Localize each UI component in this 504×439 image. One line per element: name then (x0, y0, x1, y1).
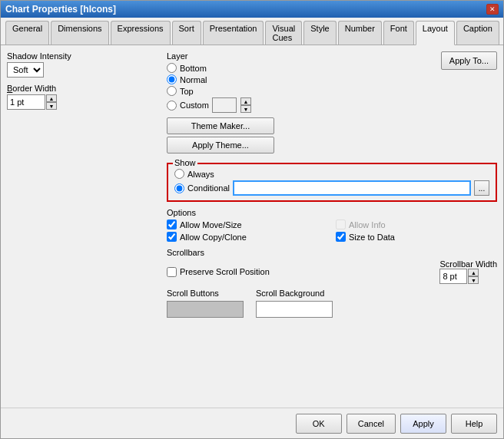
show-always-label: Always (187, 170, 214, 179)
layer-bottom-radio[interactable] (167, 63, 177, 73)
show-conditional-input[interactable] (233, 180, 471, 196)
layer-custom-input[interactable]: 0 (212, 97, 237, 113)
border-width-group: Border Width 1 pt ▲ ▼ (7, 84, 161, 110)
layer-top-row-radio: Top (167, 86, 251, 96)
shadow-intensity-select[interactable]: Soft (7, 62, 44, 78)
scroll-buttons-label: Scroll Buttons (167, 289, 244, 298)
show-conditional-row: Conditional ... (174, 180, 489, 196)
theme-buttons: Theme Maker... Apply Theme... (167, 117, 497, 153)
show-always-radio[interactable] (174, 169, 184, 179)
show-always-row: Always (174, 169, 489, 179)
shadow-intensity-group: Shadow Intensity Soft (7, 51, 161, 78)
title-bar: Chart Properties [hIcons] ✕ (1, 1, 503, 18)
show-conditional-radio[interactable] (174, 183, 184, 193)
layer-custom-up[interactable]: ▲ (240, 97, 251, 105)
right-panel: Layer Bottom Normal Top (167, 51, 497, 401)
scroll-background-color[interactable] (256, 301, 333, 318)
border-width-spinner: 1 pt ▲ ▼ (7, 94, 161, 110)
layer-label: Layer (167, 51, 251, 61)
show-browse-button[interactable]: ... (474, 180, 489, 196)
scrollbar-width-spinner-buttons: ▲ ▼ (468, 269, 479, 284)
tab-presentation[interactable]: Presentation (203, 21, 264, 45)
tab-number[interactable]: Number (338, 21, 382, 45)
allow-info-label: Allow Info (349, 220, 386, 229)
tab-bar: General Dimensions Expressions Sort Pres… (1, 18, 503, 45)
scrollbar-width-input[interactable]: 8 pt (439, 269, 467, 284)
scrollbar-width-down[interactable]: ▼ (468, 276, 479, 284)
size-to-data-row: Size to Data (336, 232, 497, 242)
layer-custom-label: Custom (180, 101, 209, 110)
layer-top-radio[interactable] (167, 86, 177, 96)
shadow-intensity-label: Shadow Intensity (7, 51, 161, 61)
border-width-spinner-buttons: ▲ ▼ (46, 94, 57, 110)
scroll-background-label: Scroll Background (256, 289, 333, 298)
tab-visual-cues[interactable]: Visual Cues (265, 21, 302, 45)
title-controls: ✕ (486, 4, 499, 15)
scrollbar-width-up[interactable]: ▲ (468, 269, 479, 276)
allow-info-checkbox[interactable] (336, 220, 346, 229)
window-title: Chart Properties [hIcons] (5, 4, 116, 15)
tab-layout[interactable]: Layout (416, 21, 455, 45)
allow-move-size-row: Allow Move/Size (167, 220, 328, 229)
layer-custom-down[interactable]: ▼ (240, 105, 251, 113)
scroll-buttons-color[interactable] (167, 301, 244, 318)
show-radio-group: Always Conditional ... (174, 169, 489, 196)
scrollbar-width-label: Scrollbar Width (439, 259, 497, 269)
tab-expressions[interactable]: Expressions (111, 21, 171, 45)
preserve-scroll-row: Preserve Scroll Position Scrollbar Width… (167, 259, 497, 284)
allow-move-size-label: Allow Move/Size (180, 220, 242, 229)
size-to-data-checkbox[interactable] (336, 232, 346, 242)
layer-custom-row: Custom 0 ▲ ▼ (167, 97, 251, 113)
tab-general[interactable]: General (5, 21, 49, 45)
scrollbars-label: Scrollbars (167, 248, 497, 257)
border-width-input[interactable]: 1 pt (7, 94, 45, 110)
layer-bottom-row: Bottom (167, 63, 251, 73)
ok-button[interactable]: OK (296, 414, 342, 434)
scrollbar-width-spinner: 8 pt ▲ ▼ (439, 269, 497, 284)
layer-normal-label: Normal (180, 75, 207, 84)
border-width-up[interactable]: ▲ (46, 94, 57, 102)
scroll-colors-row: Scroll Buttons Scroll Background (167, 289, 497, 318)
layer-section: Layer Bottom Normal Top (167, 51, 251, 113)
allow-copy-clone-row: Allow Copy/Clone (167, 232, 328, 242)
show-label: Show (173, 158, 197, 167)
apply-to-button[interactable]: Apply To... (441, 51, 497, 70)
layer-radio-group: Bottom Normal Top Custom (167, 63, 251, 113)
scroll-background-group: Scroll Background (256, 289, 333, 318)
layer-normal-radio[interactable] (167, 74, 177, 84)
layer-top-row: Layer Bottom Normal Top (167, 51, 497, 113)
close-button[interactable]: ✕ (486, 4, 499, 15)
cancel-button[interactable]: Cancel (346, 414, 396, 434)
apply-theme-button[interactable]: Apply Theme... (167, 137, 274, 153)
scrollbars-section: Scrollbars Preserve Scroll Position Scro… (167, 248, 497, 318)
options-grid: Allow Move/Size Allow Info Allow Copy/Cl… (167, 220, 497, 242)
left-panel: Shadow Intensity Soft Border Width 1 pt … (7, 51, 161, 401)
allow-info-row: Allow Info (336, 220, 497, 229)
tab-sort[interactable]: Sort (172, 21, 201, 45)
scrollbar-width-group: Scrollbar Width 8 pt ▲ ▼ (439, 259, 497, 284)
preserve-scroll-label: Preserve Scroll Position (180, 267, 270, 276)
options-section: Options Allow Move/Size Allow Info Allow… (167, 208, 497, 242)
content-area: Shadow Intensity Soft Border Width 1 pt … (1, 45, 503, 408)
tab-style[interactable]: Style (303, 21, 336, 45)
allow-copy-clone-checkbox[interactable] (167, 232, 177, 242)
layer-custom-radio[interactable] (167, 101, 177, 111)
layer-top-label: Top (180, 87, 194, 96)
allow-move-size-checkbox[interactable] (167, 220, 177, 229)
tab-caption[interactable]: Caption (456, 21, 499, 45)
layer-custom-spinners: ▲ ▼ (240, 97, 251, 113)
layer-normal-row: Normal (167, 74, 251, 84)
tab-dimensions[interactable]: Dimensions (51, 21, 108, 45)
theme-maker-button[interactable]: Theme Maker... (167, 117, 274, 134)
apply-button[interactable]: Apply (400, 414, 446, 434)
preserve-scroll-checkbox[interactable] (167, 267, 177, 277)
border-width-down[interactable]: ▼ (46, 102, 57, 110)
size-to-data-label: Size to Data (349, 233, 395, 242)
options-label: Options (167, 208, 497, 217)
tab-font[interactable]: Font (383, 21, 414, 45)
help-button[interactable]: Help (451, 414, 497, 434)
show-section: Show Always Conditional ... (167, 163, 497, 202)
footer: OK Cancel Apply Help (1, 408, 503, 438)
scroll-buttons-group: Scroll Buttons (167, 289, 244, 318)
show-conditional-label: Conditional (187, 183, 230, 193)
